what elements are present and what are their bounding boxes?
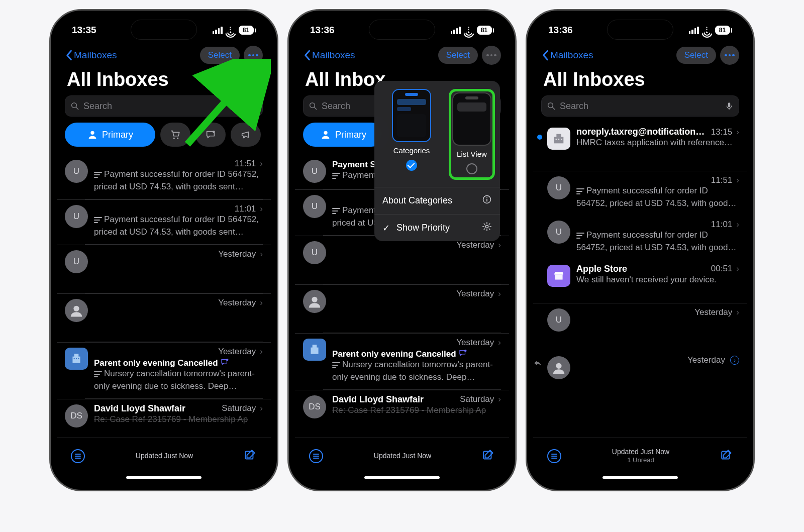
- filter-button[interactable]: [71, 449, 85, 463]
- person-icon: [87, 129, 98, 140]
- home-indicator[interactable]: [126, 476, 202, 479]
- view-options-popover: Categories List View About Categories ✓ …: [374, 81, 500, 241]
- email-row[interactable]: Yesterday›: [57, 293, 271, 342]
- option-categories[interactable]: Categories: [379, 89, 444, 180]
- notification-icon: [218, 358, 230, 368]
- toolbar-status: Updated Just Now: [85, 452, 244, 461]
- phone-frame-3: 13:36 81 Mailboxes Select All Inboxes Se…: [526, 9, 755, 491]
- email-time: 11:51: [235, 159, 256, 169]
- email-row[interactable]: Apple Store00:51› We still haven't recei…: [533, 260, 747, 293]
- svg-rect-15: [74, 354, 79, 357]
- svg-rect-11: [94, 220, 100, 221]
- filter-button[interactable]: [309, 449, 323, 463]
- avatar: U: [65, 160, 88, 183]
- email-row[interactable]: U 11:01› Payment successful for order ID…: [57, 199, 271, 244]
- home-indicator[interactable]: [602, 476, 678, 479]
- compose-button[interactable]: [720, 449, 733, 464]
- svg-point-34: [312, 297, 317, 302]
- email-row[interactable]: Yesterday›: [295, 284, 509, 333]
- svg-rect-18: [78, 358, 79, 359]
- svg-rect-54: [576, 188, 584, 189]
- svg-rect-51: [556, 139, 557, 140]
- option-list-view[interactable]: List View: [452, 92, 491, 176]
- annotation-highlight: List View: [449, 89, 495, 180]
- compose-button[interactable]: [244, 449, 257, 464]
- building-icon: [552, 132, 566, 146]
- email-preview: Payment successful for order ID 564752, …: [94, 214, 263, 238]
- avatar: DS: [65, 404, 88, 428]
- wifi-icon: [702, 27, 712, 34]
- email-row[interactable]: Yesterday› Parent only evening Cancelled…: [57, 342, 271, 398]
- back-button[interactable]: Mailboxes: [541, 50, 593, 61]
- mic-icon[interactable]: [725, 101, 734, 111]
- menu-about-categories[interactable]: About Categories: [374, 187, 500, 214]
- more-button[interactable]: [720, 46, 739, 65]
- email-row[interactable]: U Yesterday›: [57, 245, 271, 293]
- phone-frame-2: 13:36 81 Mailboxes Select All Inbox Sear…: [287, 9, 517, 491]
- svg-point-13: [73, 305, 79, 311]
- email-row[interactable]: U 11:51› Payment successful for order ID…: [533, 171, 747, 216]
- select-button[interactable]: Select: [676, 47, 716, 64]
- svg-rect-58: [576, 235, 582, 236]
- chip-primary[interactable]: Primary: [303, 123, 383, 147]
- svg-rect-7: [94, 172, 102, 173]
- reply-icon: [533, 358, 542, 367]
- email-row[interactable]: noreply.taxreg@notifications.…13:15› HMR…: [533, 123, 747, 156]
- back-button[interactable]: Mailboxes: [303, 50, 355, 61]
- more-button[interactable]: [482, 46, 501, 65]
- wifi-icon: [464, 27, 474, 34]
- chevron-ring-icon: ›: [730, 356, 739, 365]
- avatar: [65, 348, 88, 370]
- svg-rect-57: [576, 233, 584, 234]
- email-row[interactable]: Yesterday›: [533, 351, 747, 391]
- menu-show-priority[interactable]: ✓ Show Priority: [374, 214, 500, 241]
- svg-rect-36: [313, 345, 317, 348]
- toolbar-status: Updated Just Now1 Unread: [561, 448, 720, 465]
- building-icon: [70, 352, 83, 365]
- email-list: U 11:51› Payment successful for order ID…: [57, 155, 271, 428]
- wifi-icon: [226, 27, 236, 34]
- cellular-icon: [451, 27, 461, 34]
- compose-button[interactable]: [482, 449, 495, 464]
- cellular-icon: [689, 27, 699, 34]
- categories-preview-icon: [392, 89, 431, 142]
- ellipsis-icon: [248, 54, 258, 57]
- svg-rect-33: [332, 213, 336, 214]
- svg-rect-48: [728, 102, 731, 107]
- email-row[interactable]: U Yesterday›: [533, 303, 747, 351]
- svg-rect-32: [332, 210, 338, 211]
- list-view-preview-icon: [452, 92, 491, 146]
- search-input[interactable]: Search: [541, 95, 739, 117]
- store-icon: [552, 269, 565, 282]
- email-row[interactable]: U Yesterday›: [295, 236, 509, 284]
- chip-primary[interactable]: Primary: [65, 123, 155, 147]
- email-preview: HMRC taxes application with reference 77…: [576, 137, 739, 149]
- info-icon: [482, 194, 492, 207]
- back-button[interactable]: Mailboxes: [65, 50, 117, 61]
- select-button[interactable]: Select: [438, 47, 478, 64]
- home-indicator[interactable]: [364, 476, 440, 479]
- svg-rect-10: [94, 217, 102, 218]
- email-subject: Parent only evening Cancelled: [94, 358, 263, 368]
- avatar: [547, 128, 570, 150]
- svg-rect-14: [72, 356, 80, 363]
- svg-rect-8: [94, 174, 100, 175]
- svg-rect-35: [311, 348, 318, 354]
- svg-rect-39: [332, 365, 338, 366]
- email-sender: Apple Store: [576, 264, 707, 274]
- svg-rect-38: [332, 362, 340, 363]
- email-row[interactable]: Yesterday› Parent only evening Cancelled…: [295, 333, 509, 389]
- svg-rect-60: [555, 275, 562, 280]
- dynamic-island: [369, 20, 435, 40]
- svg-point-42: [486, 197, 487, 198]
- email-row[interactable]: DS David Lloyd ShawfairSaturday› Re: Cas…: [295, 390, 509, 418]
- email-row[interactable]: U 11:51› Payment successful for order ID…: [57, 155, 271, 199]
- email-row[interactable]: U 11:01› Payment successful for order ID…: [533, 216, 747, 260]
- page-title: All Inboxes: [533, 69, 747, 95]
- chevron-right-icon: ›: [260, 159, 263, 169]
- filter-button[interactable]: [547, 449, 561, 463]
- svg-point-37: [464, 350, 467, 352]
- email-preview: Payment successful for order ID 564752, …: [94, 169, 263, 193]
- email-row[interactable]: DS David Lloyd ShawfairSaturday› Re: Cas…: [57, 399, 271, 428]
- svg-rect-31: [332, 208, 340, 209]
